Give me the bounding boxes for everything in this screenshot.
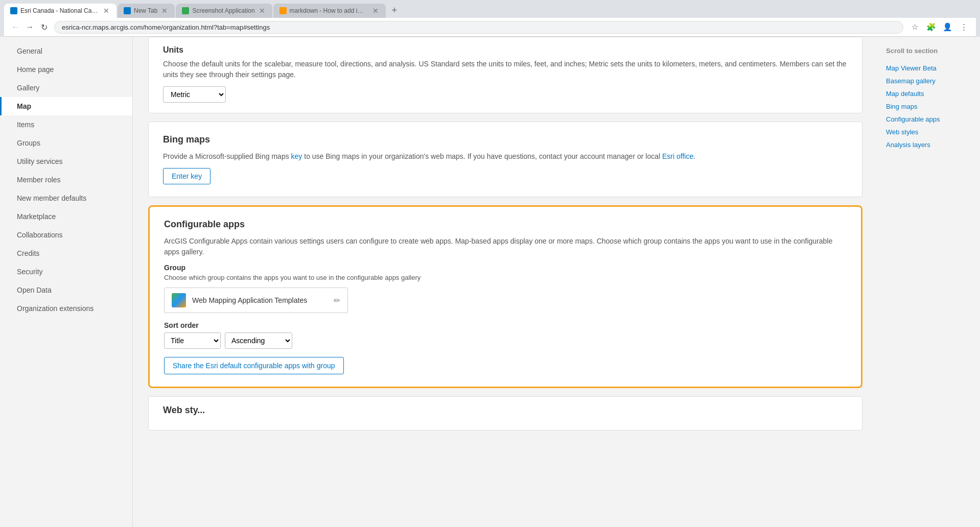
scroll-link-configurable-apps[interactable]: Configurable apps — [886, 113, 972, 126]
sort-order-label: Sort order — [164, 321, 847, 329]
esri-office-link[interactable]: Esri office — [662, 152, 693, 160]
scroll-link-web-styles[interactable]: Web styles — [886, 126, 972, 138]
sidebar-item-marketplace[interactable]: Marketplace — [0, 207, 132, 226]
scroll-link-map-defaults[interactable]: Map defaults — [886, 87, 972, 100]
forward-button[interactable]: → — [24, 21, 36, 33]
page-container: General Home page Gallery Map Items Grou… — [0, 37, 980, 527]
tab-label-2: New Tab — [134, 7, 157, 14]
configurable-apps-section: Configurable apps ArcGIS Configurable Ap… — [148, 205, 862, 388]
tab-bar: Esri Canada - National Capital Re... ✕ N… — [4, 3, 976, 18]
sidebar-item-security[interactable]: Security — [0, 262, 132, 281]
group-icon — [172, 293, 186, 307]
tab-close-2[interactable]: ✕ — [160, 7, 169, 15]
tab-label-4: markdown - How to add images... — [290, 7, 368, 14]
url-input[interactable]: esrica-ncr.maps.arcgis.com/home/organiza… — [54, 21, 903, 34]
tab-screenshot[interactable]: Screenshot Application ✕ — [176, 4, 272, 18]
units-section: Units Choose the default units for the s… — [148, 37, 862, 113]
nav-buttons: ← → ↻ — [9, 21, 50, 33]
bing-key-link[interactable]: key — [291, 152, 302, 160]
browser-actions: ☆ 🧩 👤 ⋮ — [907, 20, 971, 34]
units-title: Units — [163, 45, 848, 55]
configurable-apps-description: ArcGIS Configurable Apps contain various… — [164, 236, 847, 257]
back-button[interactable]: ← — [9, 21, 21, 33]
scroll-link-analysis-layers[interactable]: Analysis layers — [886, 138, 972, 151]
address-bar: ← → ↻ esrica-ncr.maps.arcgis.com/home/or… — [4, 18, 976, 37]
bookmarks-button[interactable]: ☆ — [907, 20, 922, 34]
configurable-apps-title: Configurable apps — [164, 219, 847, 230]
tab-favicon-3 — [182, 7, 189, 14]
sidebar-item-org-extensions[interactable]: Organization extensions — [0, 299, 132, 318]
new-tab-button[interactable]: + — [387, 3, 403, 18]
group-box: Web Mapping Application Templates ✏ — [164, 288, 348, 313]
scroll-link-map-viewer-beta[interactable]: Map Viewer Beta — [886, 62, 972, 75]
bing-maps-title: Bing maps — [163, 134, 848, 145]
group-subdesc: Choose which group contains the apps you… — [164, 274, 847, 281]
share-apps-button[interactable]: Share the Esri default configurable apps… — [164, 357, 344, 374]
sidebar-item-collaborations[interactable]: Collaborations — [0, 226, 132, 244]
web-styles-title: Web sty... — [163, 405, 848, 416]
units-select[interactable]: US Standard Metric — [163, 86, 226, 103]
scroll-link-bing-maps[interactable]: Bing maps — [886, 100, 972, 113]
sidebar-item-open-data[interactable]: Open Data — [0, 281, 132, 299]
sidebar-item-items[interactable]: Items — [0, 115, 132, 134]
extensions-button[interactable]: 🧩 — [924, 20, 938, 34]
sort-field-select[interactable]: Title Owner Modified — [164, 332, 221, 349]
sidebar-item-groups[interactable]: Groups — [0, 134, 132, 152]
sidebar-item-credits[interactable]: Credits — [0, 244, 132, 262]
tab-favicon-1 — [10, 7, 17, 14]
sort-selects: Title Owner Modified Ascending Descendin… — [164, 332, 847, 349]
units-description: Choose the default units for the scaleba… — [163, 59, 848, 80]
sidebar-item-map[interactable]: Map — [0, 97, 132, 115]
tab-close-3[interactable]: ✕ — [258, 7, 266, 15]
sidebar-item-homepage[interactable]: Home page — [0, 60, 132, 79]
group-name-label: Web Mapping Application Templates — [192, 296, 328, 304]
edit-group-icon[interactable]: ✏ — [334, 296, 340, 305]
reload-button[interactable]: ↻ — [38, 21, 50, 33]
sidebar-item-gallery[interactable]: Gallery — [0, 79, 132, 97]
sort-order-select[interactable]: Ascending Descending — [225, 332, 292, 349]
sidebar: General Home page Gallery Map Items Grou… — [0, 37, 133, 527]
sidebar-item-general[interactable]: General — [0, 42, 132, 60]
tab-label-1: Esri Canada - National Capital Re... — [20, 7, 99, 14]
scroll-panel: Scroll to section Map Viewer Beta Basema… — [878, 37, 980, 527]
bing-maps-description: Provide a Microsoft-supplied Bing maps k… — [163, 151, 848, 162]
group-header: Group — [164, 264, 847, 272]
browser-chrome: Esri Canada - National Capital Re... ✕ N… — [0, 0, 980, 37]
tab-markdown[interactable]: markdown - How to add images... ✕ — [273, 4, 386, 18]
tab-close-1[interactable]: ✕ — [102, 7, 110, 15]
tab-favicon-2 — [124, 7, 131, 14]
bing-maps-section: Bing maps Provide a Microsoft-supplied B… — [148, 122, 862, 197]
sidebar-item-utility-services[interactable]: Utility services — [0, 152, 132, 171]
profile-button[interactable]: 👤 — [940, 20, 954, 34]
sidebar-item-new-member-defaults[interactable]: New member defaults — [0, 189, 132, 207]
enter-key-button[interactable]: Enter key — [163, 168, 211, 184]
web-styles-section: Web sty... — [148, 396, 862, 430]
sidebar-item-member-roles[interactable]: Member roles — [0, 171, 132, 189]
tab-active[interactable]: Esri Canada - National Capital Re... ✕ — [4, 4, 116, 18]
tab-new-tab[interactable]: New Tab ✕ — [118, 4, 175, 18]
menu-button[interactable]: ⋮ — [956, 20, 971, 34]
tab-close-4[interactable]: ✕ — [371, 7, 380, 15]
tab-favicon-4 — [279, 7, 287, 14]
main-content: Units Choose the default units for the s… — [133, 37, 878, 527]
scroll-link-basemap-gallery[interactable]: Basemap gallery — [886, 75, 972, 87]
scroll-panel-title: Scroll to section — [886, 47, 972, 55]
tab-label-3: Screenshot Application — [192, 7, 254, 14]
